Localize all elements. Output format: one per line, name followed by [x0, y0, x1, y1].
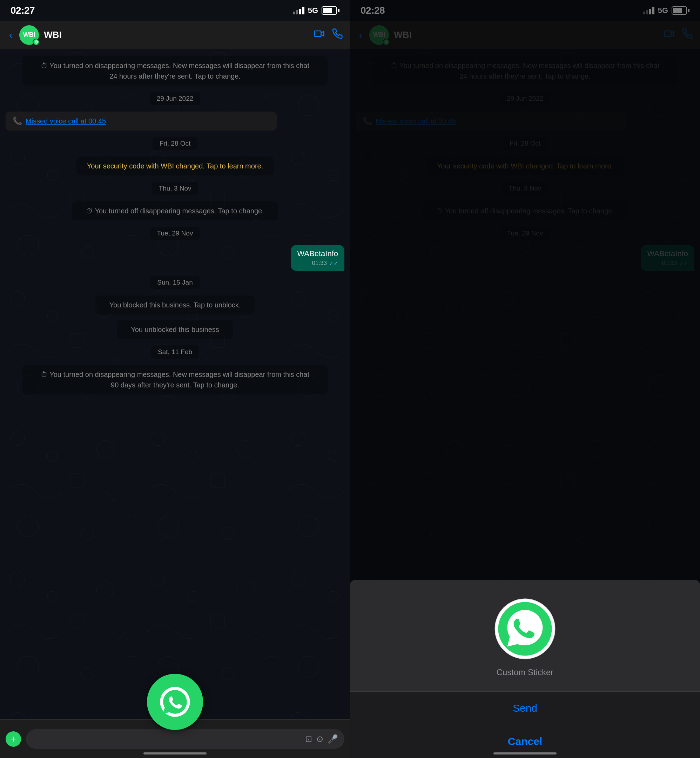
network-label-left: 5G — [308, 6, 318, 15]
battery-text-left: 49 — [322, 7, 336, 14]
bubble-time: 01:33 — [312, 260, 327, 267]
svg-rect-0 — [314, 31, 321, 36]
status-time-left: 02:27 — [11, 5, 35, 16]
date-divider-1: 29 Jun 2022 — [150, 92, 201, 105]
disappearing-on-msg[interactable]: ⏱ You turned on disappearing messages. N… — [22, 56, 327, 86]
date-divider-6: Sat, 11 Feb — [151, 345, 199, 359]
signal-bar-3 — [299, 9, 301, 14]
missed-call-item[interactable]: 📞 Missed voice call at 00:45 — [6, 111, 277, 130]
signal-bar-2 — [296, 10, 298, 14]
disappearing-90-msg[interactable]: ⏱ You turned on disappearing messages. N… — [22, 365, 327, 395]
unblocked-msg[interactable]: You unblocked this business — [117, 320, 233, 339]
contact-name-left[interactable]: WBI — [44, 30, 309, 40]
home-indicator-left — [144, 752, 206, 755]
left-phone-panel: 02:27 5G 49 ‹ WBI ⚙ WBI — [0, 0, 350, 758]
phone-icon-left[interactable] — [332, 28, 343, 42]
home-indicator-right — [494, 752, 556, 755]
add-button-left[interactable]: + — [6, 731, 21, 747]
sticker-preview: Custom Sticker — [350, 580, 700, 691]
verified-badge-left: ⚙ — [33, 39, 40, 45]
status-bar-left: 02:27 5G 49 — [0, 0, 350, 21]
battery-body-left: 49 — [322, 6, 337, 15]
status-right-left: 5G 49 — [293, 6, 339, 15]
action-sheet-overlay[interactable]: Custom Sticker Send Cancel — [350, 0, 700, 758]
avatar-initials-left: WBI — [23, 31, 36, 39]
action-sheet: Custom Sticker Send Cancel — [350, 580, 700, 758]
sticker-input-icon[interactable]: ⊡ — [305, 734, 312, 744]
nav-bar-left: ‹ WBI ⚙ WBI — [0, 21, 350, 49]
sticker-image — [494, 597, 556, 661]
signal-bar-1 — [293, 12, 295, 14]
right-phone-panel: 02:28 5G 49 ‹ WBI ⚙ WBI — [350, 0, 700, 758]
date-divider-2: Fri, 28 Oct — [153, 137, 198, 150]
mic-input-icon[interactable]: 🎤 — [328, 734, 338, 744]
signal-bars-left — [293, 7, 305, 14]
date-divider-3: Thu, 3 Nov — [152, 182, 198, 195]
missed-call-icon: 📞 — [12, 116, 22, 125]
security-code-msg[interactable]: Your security code with WBI changed. Tap… — [77, 157, 274, 175]
sticker-label: Custom Sticker — [497, 667, 554, 677]
bubble-meta: 01:33 ✓✓ — [312, 260, 338, 267]
chat-scroll-left: ⏱ You turned on disappearing messages. N… — [6, 55, 344, 714]
missed-call-text[interactable]: Missed voice call at 00:45 — [26, 117, 106, 125]
message-input-left[interactable]: ⊡ ⊙ 🎤 — [26, 729, 344, 749]
disappearing-off-msg[interactable]: ⏱ You turned off disappearing messages. … — [72, 201, 278, 220]
avatar-left[interactable]: WBI ⚙ — [19, 25, 39, 45]
sent-bubble: WABetaInfo 01:33 ✓✓ — [291, 245, 344, 271]
read-receipt-icon: ✓✓ — [329, 260, 338, 267]
plus-icon-left: + — [11, 733, 16, 745]
send-button[interactable]: Send — [350, 691, 700, 725]
blocked-msg[interactable]: You blocked this business. Tap to unbloc… — [95, 296, 255, 315]
signal-bar-4 — [302, 7, 305, 14]
camera-input-icon[interactable]: ⊙ — [316, 734, 323, 744]
nav-actions-left — [314, 28, 343, 42]
battery-icon-left: 49 — [322, 6, 339, 15]
battery-tip-left — [338, 9, 339, 12]
video-call-icon-left[interactable] — [314, 28, 325, 42]
date-divider-4: Tue, 29 Nov — [150, 227, 200, 240]
date-divider-5: Sun, 15 Jan — [150, 276, 200, 289]
whatsapp-fab-left[interactable] — [147, 674, 203, 730]
chat-content-left: ⏱ You turned on disappearing messages. N… — [0, 49, 350, 719]
back-button-left[interactable]: ‹ — [7, 27, 14, 43]
bubble-text: WABetaInfo — [297, 249, 338, 258]
